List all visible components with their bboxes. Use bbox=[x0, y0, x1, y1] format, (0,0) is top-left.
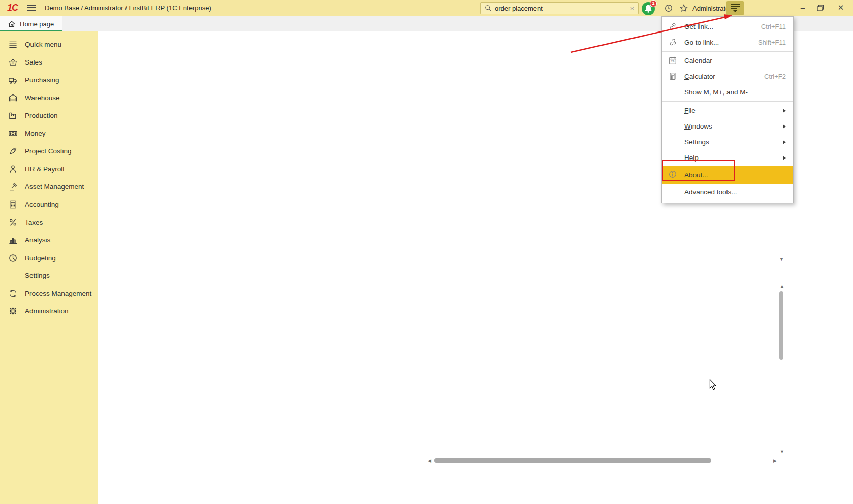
menu-item-label: Show M, M+, and M- bbox=[684, 88, 786, 96]
sidebar-item-quick-menu[interactable]: Quick menu bbox=[0, 36, 98, 53]
sidebar-item-label: Project Costing bbox=[25, 147, 72, 155]
menu-item-calendar[interactable]: 29Calendar bbox=[662, 53, 793, 69]
money-icon bbox=[8, 129, 18, 139]
menu-item-label: Advanced tools... bbox=[684, 188, 786, 196]
menu-shortcut: Shift+F11 bbox=[758, 39, 786, 46]
analysis-icon bbox=[8, 235, 18, 245]
sidebar-item-label: Budgeting bbox=[25, 254, 56, 262]
menu-shortcut: Ctrl+F11 bbox=[761, 23, 786, 30]
sidebar-item-money[interactable]: Money bbox=[0, 124, 98, 142]
menu-shortcut: Ctrl+F2 bbox=[764, 73, 786, 80]
search-icon bbox=[485, 5, 492, 12]
chevron-down-icon bbox=[733, 10, 737, 12]
sidebar-item-label: HR & Payroll bbox=[25, 165, 64, 173]
no-icon bbox=[8, 271, 18, 281]
sidebar-item-analysis[interactable]: Analysis bbox=[0, 231, 98, 249]
app-title: Demo Base / Administrator / FirstBit ERP… bbox=[45, 4, 211, 12]
global-search-input[interactable]: order placement × bbox=[480, 2, 639, 14]
sidebar-item-label: Settings bbox=[25, 272, 50, 279]
submenu-arrow-icon bbox=[783, 124, 786, 129]
no-icon bbox=[668, 137, 678, 147]
1c-logo: 1C bbox=[7, 3, 18, 13]
menu-item-advanced-tools[interactable]: Advanced tools... bbox=[662, 184, 793, 200]
sidebar-item-label: Administration bbox=[25, 307, 69, 315]
sidebar-item-label: Production bbox=[25, 112, 58, 119]
restore-button[interactable] bbox=[817, 5, 824, 12]
sidebar-item-settings[interactable]: Settings bbox=[0, 267, 98, 285]
sales-icon bbox=[8, 57, 18, 68]
menu-item-label: Settings bbox=[684, 138, 783, 146]
sidebar-item-taxes[interactable]: Taxes bbox=[0, 213, 98, 231]
menu-separator bbox=[662, 51, 793, 52]
search-value: order placement bbox=[495, 5, 630, 12]
scroll-down-icon[interactable]: ▼ bbox=[780, 449, 784, 454]
menu-item-label: Windows bbox=[684, 122, 783, 130]
user-label[interactable]: Administrator bbox=[692, 5, 732, 12]
search-clear-icon[interactable]: × bbox=[630, 5, 634, 12]
vertical-scrollbar-thumb[interactable] bbox=[779, 291, 783, 360]
home-icon bbox=[8, 20, 16, 28]
sidebar-item-label: Analysis bbox=[25, 236, 50, 244]
sidebar-item-budgeting[interactable]: Budgeting bbox=[0, 249, 98, 267]
menu-item-settings[interactable]: Settings bbox=[662, 134, 793, 150]
notifications-icon[interactable]: 1 bbox=[642, 1, 656, 15]
scroll-up-icon[interactable]: ▲ bbox=[780, 284, 784, 289]
sidebar-item-sales[interactable]: Sales bbox=[0, 53, 98, 71]
menu-item-file[interactable]: File bbox=[662, 103, 793, 118]
sidebar-item-purchasing[interactable]: Purchasing bbox=[0, 71, 98, 89]
sidebar-item-label: Taxes bbox=[25, 218, 43, 226]
horizontal-scrollbar-thumb[interactable] bbox=[434, 458, 711, 463]
sidebar-item-asset-management[interactable]: Asset Management bbox=[0, 178, 98, 196]
production-icon bbox=[8, 111, 18, 121]
menu-item-go-to-link[interactable]: Go to link...Shift+F11 bbox=[662, 35, 793, 50]
menu-item-label: Get link... bbox=[684, 23, 761, 30]
calendar-icon: 29 bbox=[668, 56, 678, 66]
sidebar-item-label: Sales bbox=[25, 58, 42, 66]
menu-item-label: Calendar bbox=[684, 57, 786, 65]
sidebar-item-process-management[interactable]: Process Management bbox=[0, 285, 98, 302]
active-tab-underline bbox=[0, 30, 62, 32]
minimize-button[interactable]: – bbox=[797, 3, 809, 12]
sidebar-item-accounting[interactable]: Accounting bbox=[0, 196, 98, 213]
taxes-icon bbox=[8, 217, 18, 228]
menu-item-label: Go to link... bbox=[684, 39, 758, 46]
sidebar-item-project-costing[interactable]: Project Costing bbox=[0, 142, 98, 160]
menu-item-label: File bbox=[684, 107, 783, 114]
calculator-icon bbox=[668, 72, 678, 82]
scroll-right-icon[interactable]: ▶ bbox=[773, 458, 777, 463]
scroll-down-icon[interactable]: ▼ bbox=[779, 257, 784, 262]
main-menu-button[interactable] bbox=[726, 1, 744, 15]
menu-item-label: Calculator bbox=[684, 73, 764, 80]
tab-home-page[interactable]: Home page bbox=[0, 16, 62, 32]
quick-menu-icon bbox=[8, 40, 18, 50]
scroll-left-icon[interactable]: ◀ bbox=[428, 458, 431, 463]
submenu-arrow-icon bbox=[783, 156, 786, 160]
sidebar-item-production[interactable]: Production bbox=[0, 107, 98, 124]
menu-item-show-m-m-and-m[interactable]: Show M, M+, and M- bbox=[662, 84, 793, 100]
menu-separator bbox=[662, 101, 793, 102]
process-management-icon bbox=[8, 289, 18, 299]
no-icon bbox=[668, 121, 678, 132]
budgeting-icon bbox=[8, 253, 18, 263]
purchasing-icon bbox=[8, 75, 18, 85]
menu-item-calculator[interactable]: CalculatorCtrl+F2 bbox=[662, 69, 793, 84]
menu-item-windows[interactable]: Windows bbox=[662, 118, 793, 134]
sidebar-item-administration[interactable]: Administration bbox=[0, 302, 98, 320]
sidebar-item-label: Process Management bbox=[25, 290, 91, 297]
close-button[interactable]: ✕ bbox=[835, 3, 847, 12]
menu-item-get-link[interactable]: Get link...Ctrl+F11 bbox=[662, 19, 793, 35]
hr-payroll-icon bbox=[8, 164, 18, 174]
sidebar-item-hr-payroll[interactable]: HR & Payroll bbox=[0, 160, 98, 178]
sidebar-item-label: Purchasing bbox=[25, 76, 59, 84]
history-icon[interactable] bbox=[664, 4, 673, 13]
submenu-arrow-icon bbox=[783, 109, 786, 113]
favorites-star-icon[interactable] bbox=[679, 4, 688, 13]
no-icon bbox=[668, 87, 678, 98]
sidebar-item-warehouse[interactable]: Warehouse bbox=[0, 89, 98, 107]
submenu-arrow-icon bbox=[783, 140, 786, 144]
main-hamburger-icon[interactable] bbox=[27, 5, 36, 12]
red-box-annotation bbox=[662, 160, 735, 181]
warehouse-icon bbox=[8, 93, 18, 103]
sidebar-item-label: Asset Management bbox=[25, 183, 84, 191]
sidebar-item-label: Money bbox=[25, 130, 46, 137]
